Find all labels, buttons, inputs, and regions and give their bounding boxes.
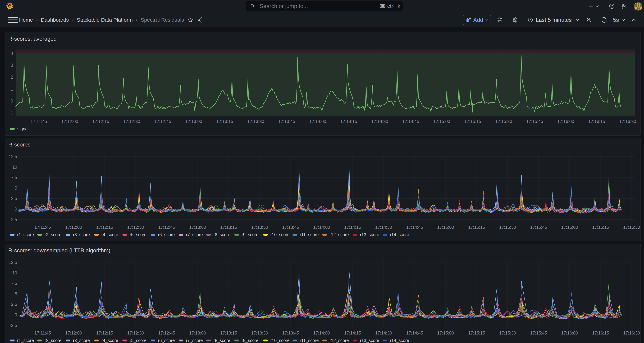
svg-text:17:11:45: 17:11:45: [34, 330, 51, 335]
svg-text:17:15:00: 17:15:00: [437, 225, 454, 230]
svg-text:10: 10: [12, 165, 17, 170]
svg-text:17:12:30: 17:12:30: [123, 119, 140, 124]
svg-text:17:12:45: 17:12:45: [154, 119, 171, 124]
svg-text:17:14:30: 17:14:30: [372, 119, 388, 124]
svg-text:17:15:15: 17:15:15: [468, 330, 485, 335]
svg-text:17:14:45: 17:14:45: [406, 225, 423, 230]
svg-text:17:11:45: 17:11:45: [30, 119, 47, 124]
svg-text:0: 0: [11, 99, 13, 103]
svg-text:17:13:15: 17:13:15: [220, 330, 237, 335]
svg-text:17:16:15: 17:16:15: [588, 119, 605, 124]
svg-text:17:12:15: 17:12:15: [96, 330, 113, 335]
svg-text:10: 10: [12, 270, 17, 275]
svg-text:17:15:15: 17:15:15: [464, 119, 481, 124]
svg-text:17:13:00: 17:13:00: [189, 225, 206, 230]
svg-text:-2.5: -2.5: [10, 323, 17, 328]
svg-text:17:14:45: 17:14:45: [406, 330, 423, 335]
svg-text:2: 2: [11, 75, 13, 80]
svg-text:17:15:30: 17:15:30: [495, 119, 512, 124]
svg-text:17:15:30: 17:15:30: [499, 225, 516, 230]
svg-text:17:13:30: 17:13:30: [247, 119, 264, 124]
svg-text:17:14:00: 17:14:00: [309, 119, 326, 124]
svg-text:17:14:15: 17:14:15: [344, 225, 361, 230]
svg-text:17:16:00: 17:16:00: [561, 330, 578, 335]
svg-text:2.5: 2.5: [11, 196, 17, 201]
svg-text:17:16:00: 17:16:00: [561, 225, 578, 230]
svg-text:17:12:00: 17:12:00: [65, 330, 82, 335]
svg-text:17:12:30: 17:12:30: [127, 330, 144, 335]
svg-text:17:14:15: 17:14:15: [344, 330, 361, 335]
svg-text:17:12:30: 17:12:30: [127, 225, 144, 230]
svg-text:17:15:00: 17:15:00: [437, 330, 454, 335]
svg-text:5: 5: [15, 291, 17, 296]
svg-text:7.5: 7.5: [11, 175, 17, 180]
svg-text:17:16:30: 17:16:30: [619, 119, 636, 124]
svg-text:3: 3: [11, 63, 13, 68]
svg-text:17:14:00: 17:14:00: [313, 330, 330, 335]
svg-text:4: 4: [11, 51, 13, 56]
svg-text:17:13:45: 17:13:45: [278, 119, 295, 124]
svg-text:17:15:45: 17:15:45: [526, 119, 543, 124]
svg-text:17:16:00: 17:16:00: [557, 119, 574, 124]
svg-text:17:13:30: 17:13:30: [251, 225, 268, 230]
svg-text:2.5: 2.5: [11, 302, 17, 307]
svg-text:17:11:45: 17:11:45: [34, 225, 51, 230]
svg-text:17:12:00: 17:12:00: [62, 119, 78, 124]
svg-text:17:16:30: 17:16:30: [623, 330, 640, 335]
svg-text:17:16:30: 17:16:30: [623, 225, 640, 230]
svg-text:17:15:45: 17:15:45: [530, 225, 547, 230]
svg-text:17:13:45: 17:13:45: [282, 330, 299, 335]
svg-text:17:14:45: 17:14:45: [402, 119, 419, 124]
svg-text:17:12:45: 17:12:45: [158, 225, 175, 230]
svg-text:-1: -1: [9, 111, 13, 115]
svg-text:17:13:30: 17:13:30: [251, 330, 268, 335]
svg-text:17:14:00: 17:14:00: [313, 225, 330, 230]
svg-text:17:15:15: 17:15:15: [468, 225, 485, 230]
svg-text:0: 0: [15, 312, 17, 317]
svg-text:17:16:15: 17:16:15: [592, 330, 609, 335]
svg-text:12.5: 12.5: [9, 154, 17, 159]
svg-text:17:15:45: 17:15:45: [530, 330, 547, 335]
svg-text:7.5: 7.5: [11, 281, 17, 286]
svg-text:-2.5: -2.5: [10, 217, 17, 222]
svg-text:17:15:00: 17:15:00: [433, 119, 450, 124]
svg-text:17:13:15: 17:13:15: [220, 225, 237, 230]
svg-text:17:13:45: 17:13:45: [282, 225, 299, 230]
svg-text:17:14:15: 17:14:15: [340, 119, 357, 124]
svg-text:17:13:15: 17:13:15: [216, 119, 233, 124]
svg-text:5: 5: [15, 186, 17, 190]
svg-text:17:12:45: 17:12:45: [158, 330, 175, 335]
svg-text:17:12:15: 17:12:15: [96, 225, 113, 230]
svg-text:0: 0: [15, 207, 17, 211]
svg-text:17:13:00: 17:13:00: [185, 119, 202, 124]
svg-text:17:14:30: 17:14:30: [375, 225, 392, 230]
svg-text:17:13:00: 17:13:00: [189, 330, 206, 335]
svg-text:17:12:15: 17:12:15: [92, 119, 109, 124]
svg-text:17:16:15: 17:16:15: [592, 225, 609, 230]
svg-text:17:15:30: 17:15:30: [499, 330, 516, 335]
svg-text:17:14:30: 17:14:30: [375, 330, 392, 335]
svg-text:1: 1: [11, 87, 13, 91]
svg-text:17:12:00: 17:12:00: [65, 225, 82, 230]
svg-text:12.5: 12.5: [9, 260, 17, 265]
